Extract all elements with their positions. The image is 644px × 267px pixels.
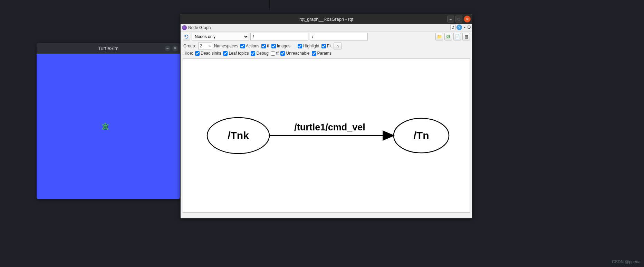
refresh-button[interactable] (183, 33, 190, 40)
help-icon[interactable]: ? (456, 25, 462, 30)
ros-graph-svg: /Tnk /Tn /turtle1/cmd_vel (183, 59, 470, 212)
dock-title: Node Graph (188, 25, 211, 30)
images-checkbox[interactable]: Images (271, 44, 290, 48)
hide-label: Hide: (183, 51, 193, 56)
debug-checkbox[interactable]: Debug (251, 51, 268, 56)
toolbar: Nodes only 📁 🖼 📄 ▦ (181, 31, 472, 42)
tf2-checkbox[interactable]: tf (271, 51, 279, 56)
dock-dash[interactable]: - (463, 25, 467, 30)
turtlesim-window: TurtleSim – ✕ (37, 43, 180, 199)
zoom-reset-button[interactable]: ⌂ (334, 43, 342, 49)
close-icon[interactable]: ✕ (172, 46, 178, 51)
plugin-icon (182, 25, 187, 30)
settings-button[interactable]: ▦ (462, 33, 470, 40)
maximize-icon[interactable]: □ (455, 16, 462, 22)
minimize-icon[interactable]: – (447, 16, 454, 22)
params-checkbox[interactable]: Params (312, 51, 331, 56)
group-label: Group: (183, 44, 196, 48)
minimize-icon[interactable]: – (165, 46, 170, 51)
turtlesim-canvas (37, 54, 180, 199)
window-controls: – □ ✕ (446, 16, 471, 22)
group-spinbox[interactable]: 2 (198, 43, 212, 49)
graph-canvas[interactable]: /Tnk /Tn /turtle1/cmd_vel (183, 58, 470, 213)
open-folder-button[interactable]: 📁 (435, 33, 443, 40)
unreachable-checkbox[interactable]: Unreachable (280, 51, 309, 56)
hide-filter-row: Hide: Dead sinks Leaf topics Debug tf Un… (181, 50, 472, 56)
node-label-left: /Tnk (228, 130, 249, 141)
namespaces-label: Namespaces (214, 44, 238, 48)
actions-checkbox[interactable]: Actions (240, 44, 259, 48)
rqt-window: rqt_graph__RosGraph - rqt – □ ✕ Node Gra… (180, 14, 472, 219)
deadsinks-checkbox[interactable]: Dead sinks (195, 51, 221, 56)
node-label-right: /Tn (414, 130, 429, 141)
edge-label: /turtle1/cmd_vel (294, 122, 365, 132)
tf-checkbox[interactable]: tf (261, 44, 269, 48)
save-dot-button[interactable]: 📄 (453, 33, 461, 40)
leaftopics-checkbox[interactable]: Leaf topics (223, 51, 249, 56)
topic-filter-input[interactable] (310, 33, 368, 40)
fit-checkbox[interactable]: Fit (321, 44, 331, 48)
rqt-title: rqt_graph__RosGraph - rqt (299, 17, 353, 22)
dock-option-d[interactable]: D (450, 25, 456, 30)
save-image-button[interactable]: 🖼 (444, 33, 452, 40)
svg-point-5 (105, 122, 106, 124)
view-mode-select[interactable]: Nodes only (192, 33, 249, 40)
separator (294, 43, 294, 49)
dock-titlebar: Node Graph D ? - O (181, 24, 472, 31)
group-filter-row: Group: 2 Namespaces Actions tf Images Hi… (181, 42, 472, 50)
refresh-icon (184, 34, 189, 39)
turtlesim-title: TurtleSim (98, 46, 118, 51)
watermark: CSDN @ppeua (612, 259, 641, 264)
namespace-filter-input[interactable] (250, 33, 308, 40)
highlight-checkbox[interactable]: Highlight (298, 44, 319, 48)
dock-option-o[interactable]: O (468, 25, 471, 30)
close-icon[interactable]: ✕ (464, 16, 471, 22)
rqt-titlebar[interactable]: rqt_graph__RosGraph - rqt – □ ✕ (181, 14, 472, 24)
turtle-icon (100, 122, 110, 131)
turtlesim-titlebar[interactable]: TurtleSim – ✕ (37, 43, 180, 54)
divider-line (269, 0, 270, 10)
